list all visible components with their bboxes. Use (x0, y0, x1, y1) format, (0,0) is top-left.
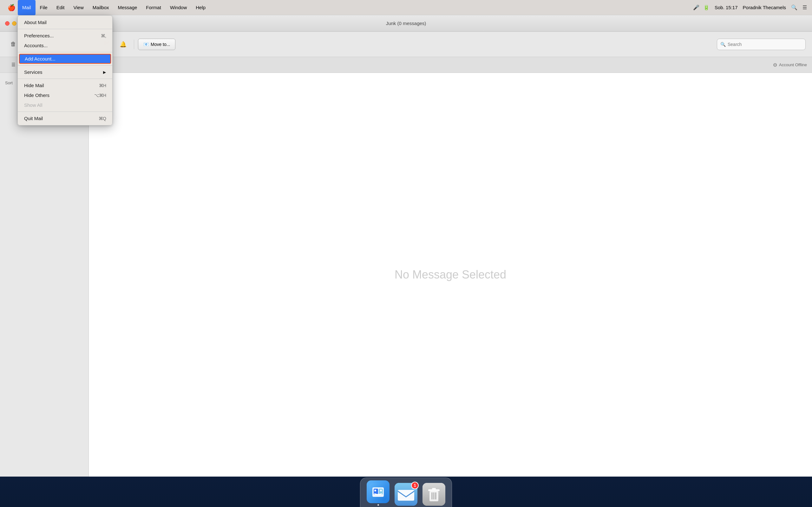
menubar-item-mail[interactable]: Mail (18, 0, 36, 15)
menu-item-about-mail[interactable]: About Mail (18, 17, 112, 27)
move-to-button[interactable]: 📧 Move to... (138, 39, 175, 50)
finder-svg (369, 483, 387, 501)
hide-others-label: Hide Others (24, 93, 49, 98)
siri-icon[interactable]: 🎤 (693, 4, 699, 10)
quit-mail-shortcut: ⌘Q (99, 116, 106, 121)
menubar-user: Poradnik Thecamels (743, 5, 786, 10)
window-titlebar: Junk (0 messages) (0, 15, 812, 32)
notify-button[interactable]: 🔔 (116, 38, 130, 51)
window-title: Junk (0 messages) (386, 20, 426, 26)
menubar: 🍎 Mail File Edit View Mailbox Message Fo… (0, 0, 812, 15)
account-offline-icon: ⊖ (773, 62, 777, 68)
mail-badge: 1 (411, 482, 419, 489)
about-mail-label: About Mail (24, 20, 47, 25)
menu-item-services[interactable]: Services ▶ (18, 67, 112, 77)
search-menubar-icon[interactable]: 🔍 (791, 4, 798, 10)
show-all-label: Show All (24, 102, 43, 108)
menubar-right: 🎤 🔋 Sob. 15:17 Poradnik Thecamels 🔍 ☰ (693, 4, 807, 10)
svg-rect-3 (379, 489, 383, 494)
menubar-item-help[interactable]: Help (191, 0, 210, 15)
toolbar-separator-3 (134, 40, 134, 49)
preferences-shortcut: ⌘, (101, 33, 106, 38)
secondary-toolbar: ☰ Mailboxes ✏️ Drafts (1) ⊖ Account Offl… (0, 57, 812, 73)
move-to-icon: 📧 (143, 42, 149, 47)
dock-item-trash[interactable] (421, 481, 447, 506)
finder-active-dot (377, 504, 379, 506)
menu-item-hide-others[interactable]: Hide Others ⌥⌘H (18, 90, 112, 100)
apple-menu-icon[interactable]: 🍎 (5, 0, 18, 15)
menu-item-preferences[interactable]: Preferences... ⌘, (18, 31, 112, 41)
services-arrow-icon: ▶ (103, 70, 106, 74)
menubar-item-window[interactable]: Window (165, 0, 191, 15)
battery-icon[interactable]: 🔋 (703, 4, 710, 10)
menubar-item-format[interactable]: Format (142, 0, 165, 15)
finder-icon (367, 481, 390, 503)
hide-mail-label: Hide Mail (24, 83, 44, 88)
menu-item-add-account[interactable]: Add Account... (19, 54, 111, 64)
main-toolbar: 🗑 📦 ↩ ↩↩ ↪ 🚩 ▼ 🔔 📧 Move to... 🔍 (0, 32, 812, 57)
menu-separator-4 (18, 78, 112, 79)
menu-separator-2 (18, 52, 112, 52)
minimize-button[interactable] (12, 21, 16, 26)
trash-icon (422, 483, 445, 506)
mail-window: Junk (0 messages) 🗑 📦 ↩ ↩↩ ↪ 🚩 ▼ 🔔 📧 Mov… (0, 15, 812, 475)
sidebar: Sort ⊕ (0, 73, 89, 476)
status-icons: 🎤 🔋 (693, 4, 710, 10)
account-offline-status: ⊖ Account Offline (773, 62, 807, 68)
accounts-label: Accounts... (24, 43, 48, 48)
menu-item-hide-mail[interactable]: Hide Mail ⌘H (18, 80, 112, 90)
trash-svg (422, 483, 445, 506)
menu-separator-3 (18, 65, 112, 66)
menubar-item-view[interactable]: View (69, 0, 88, 15)
svg-point-4 (374, 490, 376, 492)
svg-point-5 (380, 490, 382, 492)
menubar-item-edit[interactable]: Edit (52, 0, 69, 15)
dock-item-mail[interactable]: 1 (393, 481, 419, 506)
mail-icon: 1 (395, 483, 417, 506)
no-message-selected: No Message Selected (395, 268, 506, 281)
menubar-item-message[interactable]: Message (113, 0, 142, 15)
svg-rect-7 (398, 490, 414, 501)
message-viewing-area: No Message Selected (89, 73, 812, 476)
menu-item-accounts[interactable]: Accounts... (18, 41, 112, 50)
menubar-item-file[interactable]: File (36, 0, 52, 15)
search-box: 🔍 (717, 39, 806, 50)
menu-separator-5 (18, 112, 112, 112)
menu-item-quit-mail[interactable]: Quit Mail ⌘Q (18, 113, 112, 123)
dock-item-finder[interactable] (365, 481, 391, 506)
preferences-label: Preferences... (24, 33, 54, 38)
add-account-label: Add Account... (25, 56, 55, 61)
dock: 1 (360, 477, 452, 507)
hide-mail-shortcut: ⌘H (99, 83, 106, 88)
move-to-label: Move to... (151, 42, 170, 47)
svg-rect-11 (432, 488, 436, 490)
menubar-item-mailbox[interactable]: Mailbox (88, 0, 113, 15)
quit-mail-label: Quit Mail (24, 116, 43, 121)
hide-others-shortcut: ⌥⌘H (94, 93, 106, 98)
close-button[interactable] (5, 21, 9, 26)
sidebar-sort-label: Sort (5, 80, 13, 85)
main-content: Sort ⊕ No Message Selected (0, 73, 812, 476)
mail-dropdown-menu: About Mail Preferences... ⌘, Accounts...… (17, 15, 113, 125)
mailboxes-icon: ☰ (11, 62, 15, 67)
menu-item-show-all: Show All (18, 100, 112, 110)
menubar-clock: Sob. 15:17 (715, 5, 738, 10)
services-label: Services (24, 69, 43, 75)
menu-separator-1 (18, 29, 112, 29)
search-icon: 🔍 (720, 42, 726, 47)
search-input[interactable] (728, 42, 802, 47)
control-center-icon[interactable]: ☰ (803, 4, 807, 10)
